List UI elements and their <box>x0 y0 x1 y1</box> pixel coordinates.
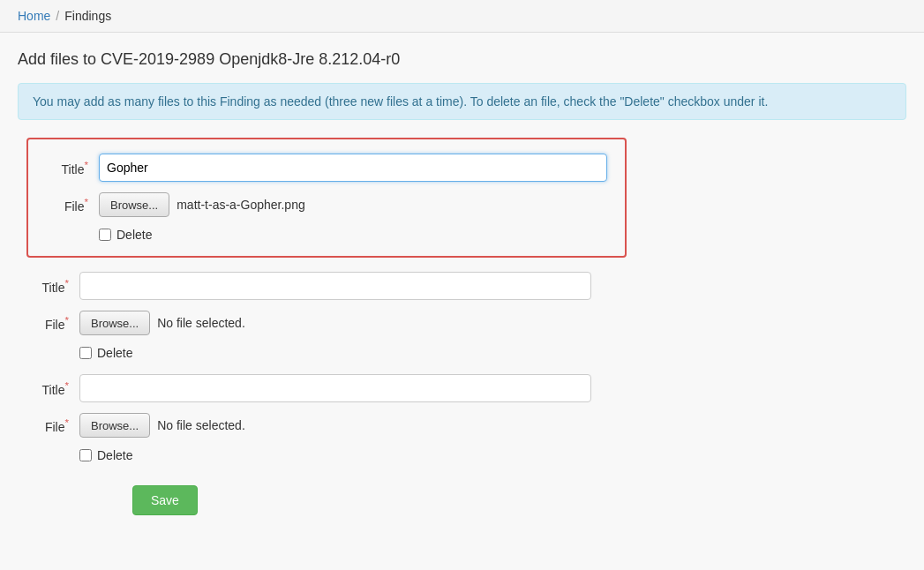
title-row-2: Title* <box>26 272 906 300</box>
file-input-row-1: Browse... matt-t-as-a-Gopher.png <box>99 192 305 217</box>
file-name-3: No file selected. <box>157 418 245 432</box>
page-title: Add files to CVE-2019-2989 Openjdk8-Jre … <box>18 50 906 69</box>
breadcrumb-current: Findings <box>64 9 111 23</box>
form-container: Title* File* Browse... matt-t-as-a-Gophe… <box>18 138 906 515</box>
delete-row-2: Delete <box>79 346 906 360</box>
file-row-2: File* Browse... No file selected. <box>26 311 906 335</box>
file-group-3-wrapper: Title* File* Browse... No file selected.… <box>26 374 906 462</box>
file-label-1: File* <box>46 196 99 214</box>
title-input-3[interactable] <box>79 374 591 402</box>
delete-checkbox-1[interactable] <box>99 229 111 241</box>
delete-label-1[interactable]: Delete <box>116 228 152 242</box>
breadcrumb-home-link[interactable]: Home <box>18 9 50 23</box>
browse-button-1[interactable]: Browse... <box>99 192 169 217</box>
file-group-1: Title* File* Browse... matt-t-as-a-Gophe… <box>26 138 627 258</box>
title-label-3: Title* <box>26 379 79 397</box>
main-content: Add files to CVE-2019-2989 Openjdk8-Jre … <box>0 33 924 533</box>
delete-row-1: Delete <box>99 228 607 242</box>
browse-button-2[interactable]: Browse... <box>79 311 150 335</box>
file-label-3: File* <box>26 416 79 434</box>
breadcrumb-separator: / <box>56 9 59 23</box>
title-input-2[interactable] <box>79 272 591 300</box>
title-input-1[interactable] <box>99 154 607 182</box>
file-row-3: File* Browse... No file selected. <box>26 413 906 438</box>
file-input-row-2: Browse... No file selected. <box>79 311 245 335</box>
breadcrumb: Home / Findings <box>0 0 924 33</box>
file-label-2: File* <box>26 314 79 332</box>
file-input-row-3: Browse... No file selected. <box>79 413 245 438</box>
browse-button-3[interactable]: Browse... <box>79 413 150 438</box>
file-name-1: matt-t-as-a-Gopher.png <box>177 198 305 212</box>
file-group-2-wrapper: Title* File* Browse... No file selected.… <box>26 272 906 360</box>
save-button[interactable]: Save <box>132 485 198 515</box>
delete-label-3[interactable]: Delete <box>97 448 132 462</box>
save-button-wrapper: Save <box>79 476 906 515</box>
delete-row-3: Delete <box>79 448 906 462</box>
file-row-1: File* Browse... matt-t-as-a-Gopher.png <box>46 192 607 217</box>
file-name-2: No file selected. <box>157 316 245 330</box>
title-row-1: Title* <box>46 154 607 182</box>
title-label-2: Title* <box>26 277 79 295</box>
title-label-1: Title* <box>46 159 99 176</box>
delete-checkbox-3[interactable] <box>79 449 92 461</box>
alert-info: You may add as many files to this Findin… <box>18 83 906 120</box>
delete-checkbox-2[interactable] <box>79 347 92 359</box>
title-row-3: Title* <box>26 374 906 402</box>
delete-label-2[interactable]: Delete <box>97 346 132 360</box>
